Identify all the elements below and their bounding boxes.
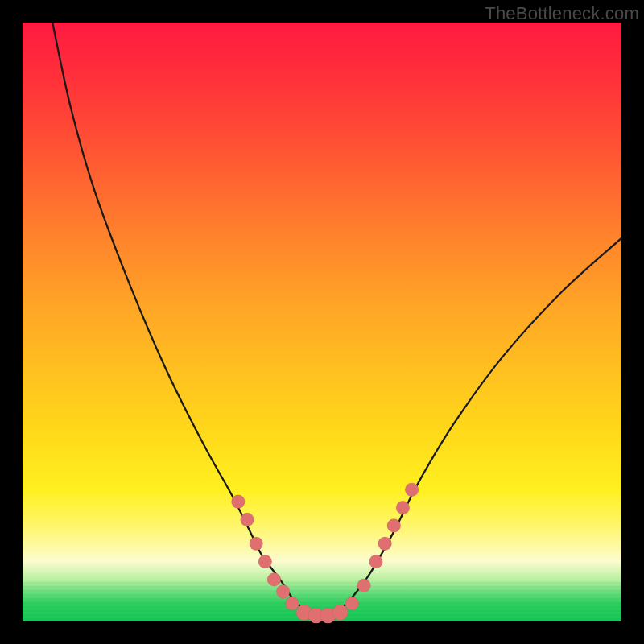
marker-dot xyxy=(387,519,401,533)
plot-area xyxy=(23,23,621,621)
marker-dot xyxy=(332,605,349,621)
marker-dot xyxy=(345,597,359,610)
marker-dot xyxy=(369,555,383,568)
watermark: TheBottleneck.com xyxy=(485,3,639,24)
curve-layer xyxy=(23,23,621,621)
highlight-dots xyxy=(231,483,419,623)
marker-dot xyxy=(258,555,272,568)
marker-dot xyxy=(276,584,290,598)
marker-dot xyxy=(231,495,245,509)
marker-dot xyxy=(250,537,263,551)
marker-dot xyxy=(241,513,254,526)
bottleneck-curve xyxy=(52,23,621,616)
marker-dot xyxy=(378,537,392,551)
marker-dot xyxy=(285,597,299,610)
chart-container: TheBottleneck.com xyxy=(0,0,644,644)
marker-dot xyxy=(405,483,419,497)
marker-dot xyxy=(396,501,410,514)
marker-dot xyxy=(357,579,371,592)
marker-dot xyxy=(267,573,281,587)
